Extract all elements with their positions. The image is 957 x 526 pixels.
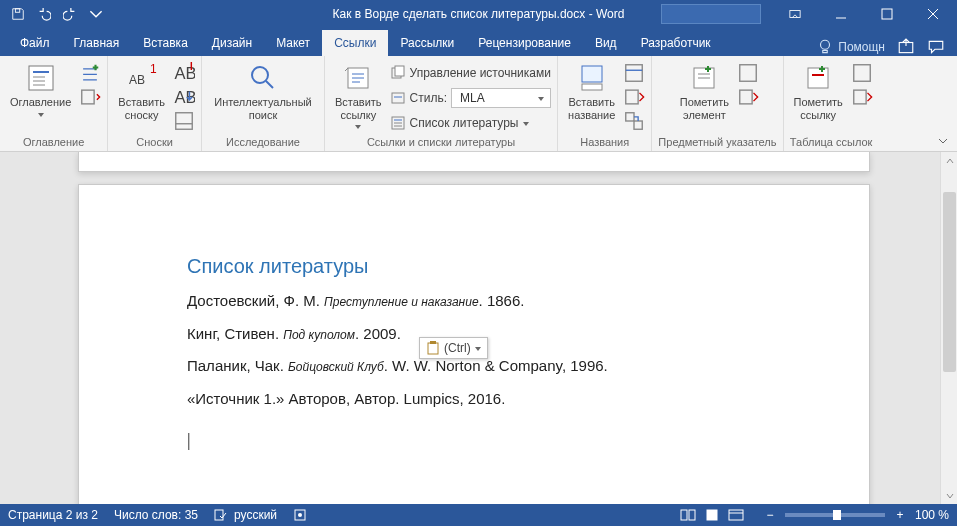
add-text-button[interactable]	[79, 62, 101, 84]
insert-index-button[interactable]	[737, 62, 759, 84]
svg-text:AB: AB	[129, 73, 145, 87]
svg-rect-56	[729, 510, 743, 520]
document-title: Как в Ворде сделать список литературы.do…	[333, 7, 625, 21]
vertical-scrollbar[interactable]	[940, 152, 957, 504]
bibliography-entry: Достоевский, Ф. М. Преступление и наказа…	[187, 290, 747, 313]
scroll-thumb[interactable]	[943, 192, 956, 372]
comments-icon[interactable]	[927, 38, 945, 56]
svg-rect-47	[854, 90, 866, 104]
insert-table-figures-button[interactable]	[623, 62, 645, 84]
manage-sources-button[interactable]: Управление источниками	[390, 62, 551, 84]
insert-caption-button[interactable]: Вставить название	[564, 60, 619, 123]
insert-endnote-button[interactable]: ABi	[173, 62, 195, 84]
ribbon-display-icon[interactable]	[773, 0, 817, 28]
account-indicator[interactable]	[661, 4, 761, 24]
read-mode-icon[interactable]	[677, 506, 699, 524]
minimize-icon[interactable]	[819, 0, 863, 28]
chevron-down-icon	[355, 125, 361, 129]
update-index-button[interactable]	[737, 86, 759, 108]
caption-icon	[576, 62, 608, 94]
svg-point-6	[821, 40, 830, 49]
citation-style-select[interactable]: MLA	[451, 88, 551, 108]
mark-citation-button[interactable]: Пометить ссылку	[790, 60, 847, 123]
manage-sources-icon	[390, 65, 406, 81]
word-count[interactable]: Число слов: 35	[114, 508, 198, 522]
update-toa-button[interactable]	[851, 86, 873, 108]
search-icon	[247, 62, 279, 94]
qat-customize-icon[interactable]	[84, 2, 108, 26]
svg-line-22	[266, 81, 273, 88]
macro-icon	[293, 508, 307, 522]
tab-insert[interactable]: Вставка	[131, 30, 200, 56]
close-icon[interactable]	[911, 0, 955, 28]
collapse-ribbon-icon[interactable]	[937, 135, 949, 147]
smart-lookup-button[interactable]: Интеллектуальный поиск	[208, 60, 318, 123]
zoom-out-button[interactable]: −	[763, 508, 777, 522]
language-indicator[interactable]: русский	[214, 508, 277, 522]
ribbon-tabs: Файл Главная Вставка Дизайн Макет Ссылки…	[0, 28, 957, 56]
mark-citation-icon	[802, 62, 834, 94]
style-icon	[390, 90, 406, 106]
share-icon[interactable]	[897, 38, 915, 56]
page-indicator[interactable]: Страница 2 из 2	[8, 508, 98, 522]
toc-button[interactable]: Оглавление	[6, 60, 75, 119]
window-controls	[661, 0, 957, 28]
web-layout-icon[interactable]	[725, 506, 747, 524]
tab-review[interactable]: Рецензирование	[466, 30, 583, 56]
svg-rect-54	[689, 510, 695, 520]
ribbon: Оглавление Оглавление AB1 Вставить сноск…	[0, 56, 957, 152]
svg-rect-37	[626, 113, 634, 121]
tab-design[interactable]: Дизайн	[200, 30, 264, 56]
mark-index-entry-button[interactable]: Пометить элемент	[676, 60, 733, 123]
svg-rect-45	[812, 74, 824, 76]
print-layout-icon[interactable]	[701, 506, 723, 524]
bibliography-button[interactable]: Список литературы	[390, 112, 551, 134]
cross-reference-button[interactable]	[623, 110, 645, 132]
insert-citation-button[interactable]: Вставить ссылку	[331, 60, 386, 131]
show-notes-button[interactable]	[173, 110, 195, 132]
page-2[interactable]: Список литературы Достоевский, Ф. М. Пре…	[78, 184, 870, 504]
tell-me[interactable]: Помощн	[816, 38, 885, 56]
insert-toa-button[interactable]	[851, 62, 873, 84]
citation-style-row: Стиль: MLA	[390, 87, 551, 109]
svg-rect-43	[740, 90, 752, 104]
chevron-down-icon	[475, 347, 481, 351]
svg-rect-55	[707, 510, 717, 520]
update-table-button[interactable]	[623, 86, 645, 108]
tab-file[interactable]: Файл	[8, 30, 62, 56]
svg-rect-26	[392, 93, 404, 103]
tab-view[interactable]: Вид	[583, 30, 629, 56]
tab-mailings[interactable]: Рассылки	[388, 30, 466, 56]
save-icon[interactable]	[6, 2, 30, 26]
bibliography-icon	[390, 115, 406, 131]
zoom-slider[interactable]	[785, 513, 885, 517]
group-citations: Вставить ссылку Управление источниками С…	[325, 56, 558, 151]
document-area: Список литературы Достоевский, Ф. М. Пре…	[0, 152, 957, 504]
tab-developer[interactable]: Разработчик	[629, 30, 723, 56]
tab-references[interactable]: Ссылки	[322, 30, 388, 56]
zoom-in-button[interactable]: +	[893, 508, 907, 522]
next-footnote-button[interactable]: AB	[173, 86, 195, 108]
redo-icon[interactable]	[58, 2, 82, 26]
insert-footnote-button[interactable]: AB1 Вставить сноску	[114, 60, 169, 123]
svg-rect-33	[582, 84, 602, 90]
undo-icon[interactable]	[32, 2, 56, 26]
scroll-down-icon[interactable]	[941, 487, 957, 504]
group-toc: Оглавление Оглавление	[0, 56, 108, 151]
scroll-up-icon[interactable]	[941, 152, 957, 169]
tab-layout[interactable]: Макет	[264, 30, 322, 56]
spellcheck-icon	[214, 508, 228, 522]
update-toc-button[interactable]	[79, 86, 101, 108]
clipboard-icon	[426, 341, 440, 355]
svg-rect-1	[790, 11, 800, 18]
macro-indicator[interactable]	[293, 508, 307, 522]
paste-options-button[interactable]: (Ctrl)	[419, 337, 488, 359]
zoom-slider-thumb[interactable]	[833, 510, 841, 520]
svg-rect-34	[626, 65, 643, 82]
footnote-icon: AB1	[126, 62, 158, 94]
svg-rect-8	[29, 66, 53, 90]
zoom-level[interactable]: 100 %	[915, 508, 949, 522]
maximize-icon[interactable]	[865, 0, 909, 28]
tab-home[interactable]: Главная	[62, 30, 132, 56]
svg-point-21	[252, 67, 268, 83]
